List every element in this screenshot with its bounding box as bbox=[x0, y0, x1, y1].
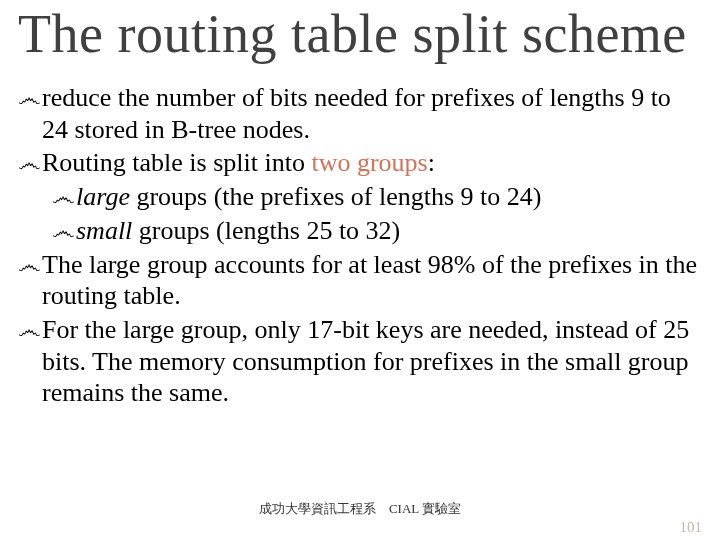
bullet-accent: two groups bbox=[311, 148, 427, 177]
bullet-post: : bbox=[428, 148, 435, 177]
bullet-item: ෴ For the large group, only 17-bit keys … bbox=[18, 314, 700, 409]
footer-text: 成功大學資訊工程系 CIAL 實驗室 bbox=[0, 500, 720, 518]
bullet-item: ෴ Routing table is split into two groups… bbox=[18, 147, 700, 179]
bullet-text: reduce the number of bits needed for pre… bbox=[42, 82, 700, 145]
sub-rest: groups (the prefixes of lengths 9 to 24) bbox=[130, 182, 542, 211]
sub-bullet-item: ෴ small groups (lengths 25 to 32) bbox=[52, 215, 700, 247]
bullet-icon: ෴ bbox=[18, 82, 42, 113]
bullet-icon: ෴ bbox=[18, 249, 42, 280]
bullet-item: ෴ reduce the number of bits needed for p… bbox=[18, 82, 700, 145]
slide-title: The routing table split scheme bbox=[0, 0, 720, 63]
sub-bullet-text: small groups (lengths 25 to 32) bbox=[76, 215, 700, 247]
italic-word: large bbox=[76, 182, 130, 211]
bullet-text: The large group accounts for at least 98… bbox=[42, 249, 700, 312]
bullet-icon: ෴ bbox=[18, 314, 42, 345]
bullet-icon: ෴ bbox=[18, 147, 42, 178]
italic-word: small bbox=[76, 216, 132, 245]
sub-bullet-text: large groups (the prefixes of lengths 9 … bbox=[76, 181, 700, 213]
page-number: 101 bbox=[680, 519, 703, 536]
bullet-pre: Routing table is split into bbox=[42, 148, 311, 177]
bullet-item: ෴ The large group accounts for at least … bbox=[18, 249, 700, 312]
sub-rest: groups (lengths 25 to 32) bbox=[132, 216, 400, 245]
bullet-icon: ෴ bbox=[52, 215, 76, 246]
bullet-icon: ෴ bbox=[52, 181, 76, 212]
bullet-text: For the large group, only 17-bit keys ar… bbox=[42, 314, 700, 409]
slide-content: ෴ reduce the number of bits needed for p… bbox=[18, 82, 700, 411]
sub-bullet-item: ෴ large groups (the prefixes of lengths … bbox=[52, 181, 700, 213]
bullet-text: Routing table is split into two groups: bbox=[42, 147, 700, 179]
